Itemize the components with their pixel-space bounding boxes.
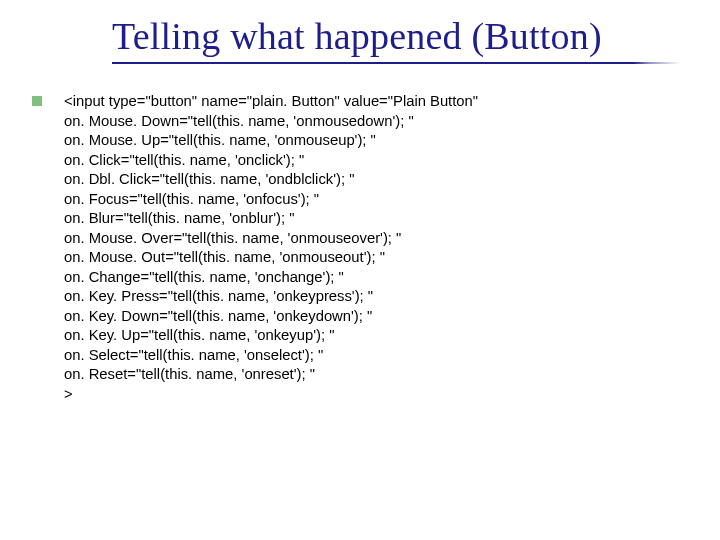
title-underline <box>112 62 601 64</box>
slide-body: <input type="button" name="plain. Button… <box>32 92 690 404</box>
bullet-icon <box>32 96 42 106</box>
title-wrap: Telling what happened (Button) <box>112 14 602 58</box>
slide-title: Telling what happened (Button) <box>112 14 602 58</box>
slide: Telling what happened (Button) <input ty… <box>0 0 720 540</box>
code-block: <input type="button" name="plain. Button… <box>64 92 478 404</box>
